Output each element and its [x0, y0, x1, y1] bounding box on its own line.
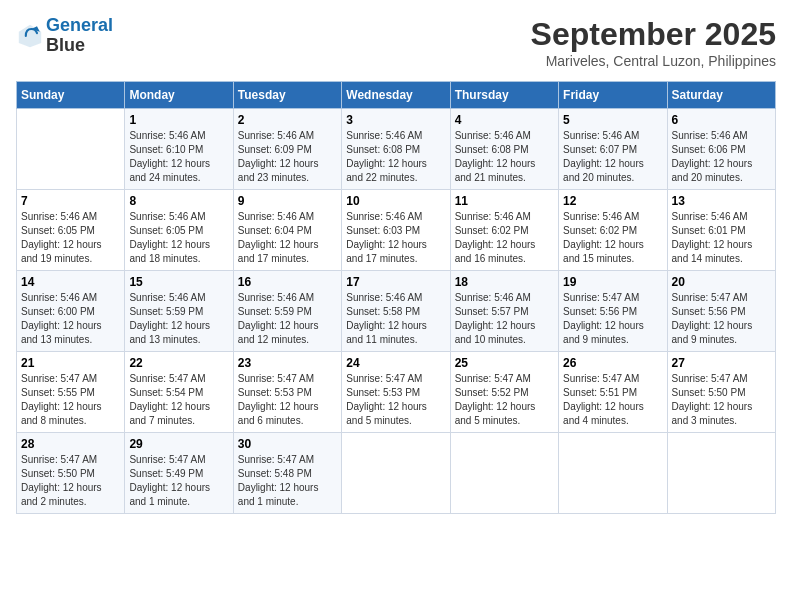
calendar-cell: 15Sunrise: 5:46 AM Sunset: 5:59 PM Dayli…	[125, 271, 233, 352]
day-detail: Sunrise: 5:46 AM Sunset: 5:59 PM Dayligh…	[129, 291, 228, 347]
location: Mariveles, Central Luzon, Philippines	[531, 53, 776, 69]
calendar-cell: 12Sunrise: 5:46 AM Sunset: 6:02 PM Dayli…	[559, 190, 667, 271]
day-number: 15	[129, 275, 228, 289]
day-detail: Sunrise: 5:47 AM Sunset: 5:49 PM Dayligh…	[129, 453, 228, 509]
calendar-cell: 28Sunrise: 5:47 AM Sunset: 5:50 PM Dayli…	[17, 433, 125, 514]
calendar-cell	[342, 433, 450, 514]
calendar-cell	[559, 433, 667, 514]
day-number: 4	[455, 113, 554, 127]
calendar-week-row: 28Sunrise: 5:47 AM Sunset: 5:50 PM Dayli…	[17, 433, 776, 514]
weekday-header: Wednesday	[342, 82, 450, 109]
day-detail: Sunrise: 5:46 AM Sunset: 6:00 PM Dayligh…	[21, 291, 120, 347]
day-number: 22	[129, 356, 228, 370]
calendar-cell: 27Sunrise: 5:47 AM Sunset: 5:50 PM Dayli…	[667, 352, 775, 433]
day-number: 3	[346, 113, 445, 127]
day-number: 12	[563, 194, 662, 208]
day-detail: Sunrise: 5:46 AM Sunset: 5:57 PM Dayligh…	[455, 291, 554, 347]
calendar-cell: 26Sunrise: 5:47 AM Sunset: 5:51 PM Dayli…	[559, 352, 667, 433]
day-detail: Sunrise: 5:47 AM Sunset: 5:51 PM Dayligh…	[563, 372, 662, 428]
day-number: 11	[455, 194, 554, 208]
weekday-header: Sunday	[17, 82, 125, 109]
day-number: 26	[563, 356, 662, 370]
weekday-header: Friday	[559, 82, 667, 109]
day-number: 2	[238, 113, 337, 127]
day-detail: Sunrise: 5:46 AM Sunset: 6:06 PM Dayligh…	[672, 129, 771, 185]
weekday-header: Saturday	[667, 82, 775, 109]
day-number: 19	[563, 275, 662, 289]
calendar-cell: 7Sunrise: 5:46 AM Sunset: 6:05 PM Daylig…	[17, 190, 125, 271]
calendar-cell: 23Sunrise: 5:47 AM Sunset: 5:53 PM Dayli…	[233, 352, 341, 433]
day-number: 9	[238, 194, 337, 208]
day-detail: Sunrise: 5:46 AM Sunset: 5:59 PM Dayligh…	[238, 291, 337, 347]
calendar-cell: 19Sunrise: 5:47 AM Sunset: 5:56 PM Dayli…	[559, 271, 667, 352]
calendar-week-row: 1Sunrise: 5:46 AM Sunset: 6:10 PM Daylig…	[17, 109, 776, 190]
calendar-cell: 21Sunrise: 5:47 AM Sunset: 5:55 PM Dayli…	[17, 352, 125, 433]
calendar-cell: 20Sunrise: 5:47 AM Sunset: 5:56 PM Dayli…	[667, 271, 775, 352]
day-number: 18	[455, 275, 554, 289]
calendar-cell: 13Sunrise: 5:46 AM Sunset: 6:01 PM Dayli…	[667, 190, 775, 271]
day-number: 17	[346, 275, 445, 289]
day-number: 10	[346, 194, 445, 208]
day-detail: Sunrise: 5:47 AM Sunset: 5:55 PM Dayligh…	[21, 372, 120, 428]
day-detail: Sunrise: 5:46 AM Sunset: 6:10 PM Dayligh…	[129, 129, 228, 185]
calendar-cell: 25Sunrise: 5:47 AM Sunset: 5:52 PM Dayli…	[450, 352, 558, 433]
calendar-cell: 29Sunrise: 5:47 AM Sunset: 5:49 PM Dayli…	[125, 433, 233, 514]
day-number: 14	[21, 275, 120, 289]
calendar-cell: 22Sunrise: 5:47 AM Sunset: 5:54 PM Dayli…	[125, 352, 233, 433]
weekday-header: Monday	[125, 82, 233, 109]
calendar-cell: 11Sunrise: 5:46 AM Sunset: 6:02 PM Dayli…	[450, 190, 558, 271]
day-detail: Sunrise: 5:47 AM Sunset: 5:50 PM Dayligh…	[672, 372, 771, 428]
day-detail: Sunrise: 5:46 AM Sunset: 6:05 PM Dayligh…	[129, 210, 228, 266]
day-detail: Sunrise: 5:46 AM Sunset: 6:08 PM Dayligh…	[346, 129, 445, 185]
day-detail: Sunrise: 5:47 AM Sunset: 5:50 PM Dayligh…	[21, 453, 120, 509]
day-detail: Sunrise: 5:47 AM Sunset: 5:48 PM Dayligh…	[238, 453, 337, 509]
day-number: 24	[346, 356, 445, 370]
page-header: General Blue September 2025 Mariveles, C…	[16, 16, 776, 69]
weekday-header-row: SundayMondayTuesdayWednesdayThursdayFrid…	[17, 82, 776, 109]
day-detail: Sunrise: 5:46 AM Sunset: 6:05 PM Dayligh…	[21, 210, 120, 266]
weekday-header: Tuesday	[233, 82, 341, 109]
day-number: 1	[129, 113, 228, 127]
calendar-table: SundayMondayTuesdayWednesdayThursdayFrid…	[16, 81, 776, 514]
calendar-cell: 14Sunrise: 5:46 AM Sunset: 6:00 PM Dayli…	[17, 271, 125, 352]
day-number: 30	[238, 437, 337, 451]
day-detail: Sunrise: 5:46 AM Sunset: 6:02 PM Dayligh…	[563, 210, 662, 266]
weekday-header: Thursday	[450, 82, 558, 109]
day-number: 16	[238, 275, 337, 289]
calendar-cell: 2Sunrise: 5:46 AM Sunset: 6:09 PM Daylig…	[233, 109, 341, 190]
calendar-week-row: 14Sunrise: 5:46 AM Sunset: 6:00 PM Dayli…	[17, 271, 776, 352]
day-number: 8	[129, 194, 228, 208]
calendar-cell: 9Sunrise: 5:46 AM Sunset: 6:04 PM Daylig…	[233, 190, 341, 271]
day-detail: Sunrise: 5:46 AM Sunset: 6:09 PM Dayligh…	[238, 129, 337, 185]
day-detail: Sunrise: 5:46 AM Sunset: 6:01 PM Dayligh…	[672, 210, 771, 266]
day-detail: Sunrise: 5:46 AM Sunset: 6:08 PM Dayligh…	[455, 129, 554, 185]
calendar-cell	[17, 109, 125, 190]
day-number: 23	[238, 356, 337, 370]
calendar-cell: 18Sunrise: 5:46 AM Sunset: 5:57 PM Dayli…	[450, 271, 558, 352]
calendar-cell: 30Sunrise: 5:47 AM Sunset: 5:48 PM Dayli…	[233, 433, 341, 514]
logo-text: General Blue	[46, 16, 113, 56]
day-detail: Sunrise: 5:46 AM Sunset: 6:04 PM Dayligh…	[238, 210, 337, 266]
day-number: 25	[455, 356, 554, 370]
day-detail: Sunrise: 5:47 AM Sunset: 5:52 PM Dayligh…	[455, 372, 554, 428]
month-title: September 2025	[531, 16, 776, 53]
calendar-cell: 8Sunrise: 5:46 AM Sunset: 6:05 PM Daylig…	[125, 190, 233, 271]
day-number: 6	[672, 113, 771, 127]
day-detail: Sunrise: 5:47 AM Sunset: 5:53 PM Dayligh…	[238, 372, 337, 428]
calendar-cell: 16Sunrise: 5:46 AM Sunset: 5:59 PM Dayli…	[233, 271, 341, 352]
day-number: 13	[672, 194, 771, 208]
day-detail: Sunrise: 5:47 AM Sunset: 5:54 PM Dayligh…	[129, 372, 228, 428]
day-detail: Sunrise: 5:47 AM Sunset: 5:56 PM Dayligh…	[672, 291, 771, 347]
day-detail: Sunrise: 5:46 AM Sunset: 6:02 PM Dayligh…	[455, 210, 554, 266]
logo: General Blue	[16, 16, 113, 56]
logo-icon	[16, 22, 44, 50]
day-detail: Sunrise: 5:46 AM Sunset: 6:07 PM Dayligh…	[563, 129, 662, 185]
calendar-cell: 4Sunrise: 5:46 AM Sunset: 6:08 PM Daylig…	[450, 109, 558, 190]
day-number: 27	[672, 356, 771, 370]
calendar-week-row: 7Sunrise: 5:46 AM Sunset: 6:05 PM Daylig…	[17, 190, 776, 271]
day-detail: Sunrise: 5:46 AM Sunset: 5:58 PM Dayligh…	[346, 291, 445, 347]
day-number: 21	[21, 356, 120, 370]
day-detail: Sunrise: 5:46 AM Sunset: 6:03 PM Dayligh…	[346, 210, 445, 266]
day-number: 28	[21, 437, 120, 451]
day-detail: Sunrise: 5:47 AM Sunset: 5:53 PM Dayligh…	[346, 372, 445, 428]
